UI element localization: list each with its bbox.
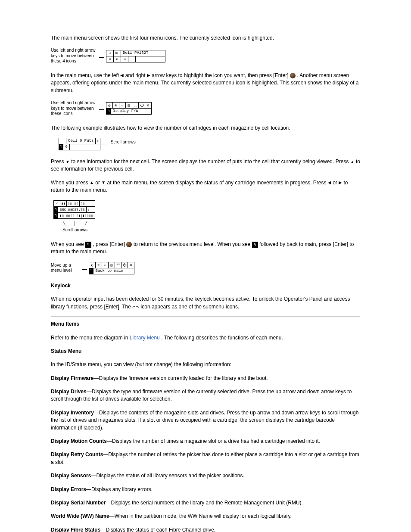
left-arrow-icon: ◀ (328, 180, 331, 186)
text: at the main menu, the screen displays th… (107, 180, 328, 186)
down-arrow-icon: ▼ (101, 180, 106, 186)
heading-menu-items: Menu Items (51, 320, 360, 328)
submenu-icon: ≋ (113, 103, 119, 108)
status-icon: ▯▯ (67, 201, 73, 206)
text: . The following describes the functions … (161, 335, 283, 341)
submenu-paragraph: In the main menu, use the left ◀ and rig… (51, 72, 360, 94)
enter-button-icon (290, 73, 296, 78)
submenu-icon: ⚙ (145, 103, 151, 108)
up-arrow-icon: ▲ (350, 159, 355, 165)
submenu-icon: ▤ (126, 103, 132, 108)
submenu-icon: ≋ (96, 262, 102, 268)
lcd-display: ◐ ≋ ☼ ▤ ☷ ⏻ ⚙ ↰ Display F/W (106, 102, 152, 115)
lcd-title: Dell PV132T (121, 50, 150, 56)
list-item: Display Sensors—Displays the status of a… (51, 472, 360, 479)
intro-paragraph: The main menu screen shows the first fou… (51, 34, 360, 42)
cell-title: Cell 0 Puts (66, 138, 96, 144)
list-item: World Wide (WW) Name—When in the partiti… (51, 513, 360, 520)
right-arrow-icon: ▶ (147, 72, 150, 79)
text: When you press (51, 180, 90, 186)
text: , press [Enter] (93, 241, 126, 247)
back-icon: ↰ (54, 207, 58, 212)
scroll-paragraph: Press ▼ to see information for the next … (51, 158, 360, 173)
back-icon: ↰ (106, 109, 111, 114)
status-icon: ▮▮ (60, 201, 67, 206)
list-item: Display Firmware—Displays the firmware v… (51, 375, 360, 382)
back-arrow-icon: ↰ (252, 242, 258, 248)
text: In the main menu, use the left (51, 72, 120, 78)
heading-status-menu: Status Menu (51, 348, 360, 355)
keylock-paragraph: When no operator input has been detected… (51, 296, 360, 311)
figure-caption: Use left and right arrow keys to move be… (51, 48, 98, 64)
back-icon: ↰ (59, 144, 63, 150)
list-item: Display Errors—Displays any library erro… (51, 486, 360, 493)
submenu-icon: ⏻ (121, 262, 128, 268)
menu-icon: ⌕ (107, 50, 114, 56)
submenu-icon: ☷ (115, 262, 121, 268)
heading-keylock: Keylock (51, 282, 360, 289)
text: icon appears as one of the submenu icons… (141, 304, 240, 310)
cell-intro: The following example illustrates how to… (51, 124, 360, 132)
lcd-display: ◐ ≋ ☼ ▤ ☷ ⏻ ⚙ ↰ Back to main (89, 262, 134, 274)
menu-icon: ▭ (122, 56, 128, 62)
back-arrow-icon: ↰ (85, 242, 91, 248)
list-item: Display Fibre Status—Displays the status… (51, 526, 360, 532)
text: When you see (51, 241, 85, 247)
status-menu-intro: In the ID/Status menu, you can view (but… (51, 361, 360, 368)
text: Press (51, 159, 65, 165)
submenu-icon: ▤ (109, 262, 115, 268)
right-arrow-icon: ▶ (339, 180, 342, 186)
menu-icon: ✖ (114, 56, 120, 62)
text: or (333, 180, 339, 186)
up-arrow-icon: ▲ (90, 180, 94, 186)
text: to return to the previous menu level. Wh… (134, 241, 252, 247)
figure-back-main: Move up a menu level ◐ ≋ ☼ ▤ ☷ ⏻ ⚙ ↰ (51, 262, 360, 274)
status-text: ▮▯ ▯▮▯▯ ▯▮|▮▯▯▯▯ (58, 213, 95, 218)
status-icon: ▯▯ (73, 201, 80, 206)
back-icon: ↰ (54, 213, 58, 218)
figure-main-menu: Use left and right arrow keys to move be… (51, 48, 360, 64)
figure-submenu: Use left and right arrow keys to move be… (51, 100, 360, 117)
back-icon: ↰ (89, 268, 93, 274)
divider (51, 317, 360, 317)
down-arrow-icon: ▼ (65, 159, 70, 165)
scroll-arrows-icon: ⇕ (96, 138, 100, 144)
submenu-icon: ◐ (89, 262, 96, 268)
submenu-icon: ☼ (102, 262, 109, 268)
text: arrow keys to highlight the icon you wan… (152, 72, 290, 78)
list-item: Display Inventory—Displays the contents … (51, 409, 360, 432)
figure-cell: Cell 0 Puts ⇕ ↰ 6 Scroll arrows (59, 138, 360, 150)
submenu-label: Display F/W (111, 109, 140, 114)
keylock-icon (132, 303, 139, 311)
menu-icon: ≡ (107, 56, 114, 62)
figure-caption: Use left and right arrow keys to move be… (51, 100, 98, 117)
submenu-icon: ⏻ (139, 103, 145, 108)
submenu-icon: ☼ (119, 103, 126, 108)
scroll-arrows-label: Scroll arrows (53, 227, 97, 233)
lcd-display: ⌕ 🗎 Dell PV132T ≡ ✖ ▭ (106, 50, 165, 62)
status-icon: ✓ (54, 201, 60, 206)
list-item: Display Serial Number—Displays the seria… (51, 499, 360, 507)
lcd-display: Cell 0 Puts ⇕ ↰ 6 (59, 138, 100, 150)
list-item: Display Motion Counts—Displays the numbe… (51, 438, 360, 445)
submenu-icon: ☷ (132, 103, 139, 108)
submenu-icon: ⚙ (128, 262, 134, 268)
menu-icon (128, 56, 134, 62)
text: to see information for the next cell. Th… (71, 159, 350, 165)
menu-intro-paragraph: Refer to the menu tree diagram in Librar… (51, 334, 360, 342)
left-arrow-icon: ◀ (120, 72, 124, 79)
menu-icon: 🗎 (114, 50, 120, 56)
text: Refer to the menu tree diagram in (51, 335, 130, 341)
list-item: Display Retry Counts—Displays the number… (51, 451, 360, 466)
enter-button-icon (126, 242, 132, 247)
status-text: SRC:▮▮DST:TE (58, 207, 87, 212)
text: or (95, 180, 101, 186)
figure-status: ✓ ▮▮ ▯▯ ▯▯ ▯▯ ↰ SRC:▮▮DST:TE ⇕ ↰ ▮▯ ▯▮▯▯… (53, 200, 360, 233)
text: and right (125, 72, 147, 78)
figure-caption: Move up a menu level (51, 263, 81, 274)
back-paragraph: When you see ↰ , press [Enter] to return… (51, 241, 360, 256)
status-paragraph: When you press ▲ or ▼ at the main menu, … (51, 179, 360, 194)
submenu-icon: ◐ (106, 103, 113, 108)
library-menu-link[interactable]: Library Menu (130, 335, 160, 341)
cell-value: 6 (63, 144, 69, 150)
